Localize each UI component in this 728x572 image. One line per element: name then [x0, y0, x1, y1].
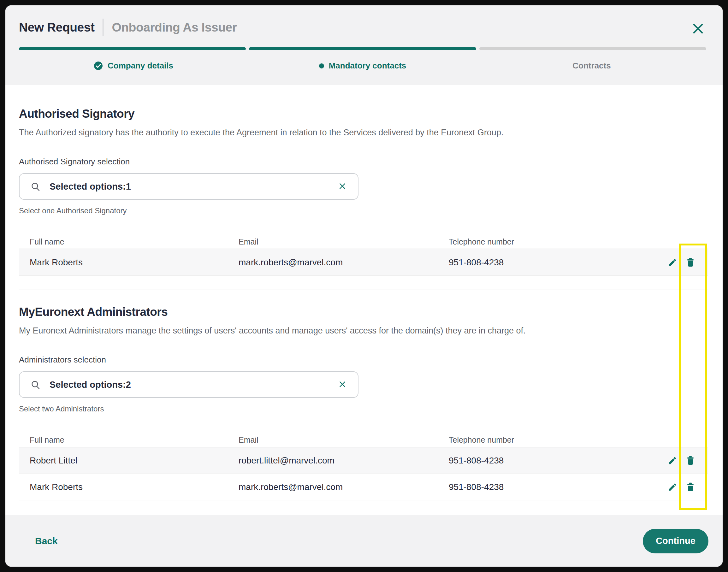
- back-button[interactable]: Back: [35, 536, 58, 547]
- delete-button[interactable]: [683, 454, 698, 468]
- progress-segment-company: [19, 47, 246, 50]
- section-divider: [19, 290, 708, 290]
- close-button[interactable]: [691, 22, 705, 35]
- cell-phone: 951-808-4238: [449, 258, 504, 268]
- signatory-helper-text: Select one Authorised Signatory: [19, 206, 708, 215]
- signatory-select-input[interactable]: Selected options:1: [19, 173, 359, 200]
- clear-icon: [338, 182, 347, 191]
- section-heading: MyEuronext Administrators: [19, 305, 708, 319]
- step-label: Company details: [107, 61, 173, 71]
- table-row: Robert Littel robert.littel@marvel.com 9…: [19, 447, 708, 474]
- administrators-table: Full name Email Telephone number Robert …: [19, 433, 708, 500]
- column-header-full-name: Full name: [30, 237, 64, 246]
- edit-button[interactable]: [665, 454, 679, 468]
- step-mandatory-contacts[interactable]: Mandatory contacts: [248, 61, 477, 71]
- step-company-details[interactable]: Company details: [19, 61, 248, 71]
- delete-button[interactable]: [683, 256, 698, 270]
- cell-full-name: Mark Roberts: [30, 482, 83, 492]
- section-authorised-signatory: Authorised Signatory The Authorized sign…: [19, 107, 708, 276]
- progress-segment-contacts: [249, 47, 476, 50]
- progress-bar: [19, 47, 706, 50]
- pencil-icon: [668, 258, 677, 267]
- stepper: Company details Mandatory contacts Contr…: [19, 61, 706, 71]
- cell-email: robert.littel@marvel.com: [238, 455, 335, 466]
- cell-phone: 951-808-4238: [449, 482, 504, 492]
- table-header-row: Full name Email Telephone number: [19, 234, 708, 248]
- title-row: New Request Onboarding As Issuer: [19, 19, 237, 36]
- search-icon: [30, 182, 41, 192]
- cell-email: mark.roberts@marvel.com: [238, 258, 343, 268]
- page-title: New Request: [19, 20, 94, 34]
- table-header-row: Full name Email Telephone number: [19, 433, 708, 447]
- cell-full-name: Mark Roberts: [30, 258, 83, 268]
- page-subtitle: Onboarding As Issuer: [112, 20, 237, 34]
- cell-phone: 951-808-4238: [449, 455, 504, 466]
- step-label: Contracts: [572, 61, 610, 71]
- progress-segment-contracts: [479, 47, 706, 50]
- step-contracts[interactable]: Contracts: [477, 61, 706, 71]
- title-divider: [102, 19, 103, 36]
- search-icon: [30, 379, 41, 390]
- continue-button[interactable]: Continue: [643, 529, 709, 553]
- administrators-clear-button[interactable]: [338, 380, 347, 389]
- new-request-modal: New Request Onboarding As Issuer Company…: [5, 5, 723, 567]
- clear-icon: [338, 380, 347, 389]
- table-row: Mark Roberts mark.roberts@marvel.com 951…: [19, 249, 708, 276]
- column-header-phone: Telephone number: [449, 237, 514, 246]
- administrators-selection-label: Administrators selection: [19, 355, 708, 365]
- signatory-selection-label: Authorised Signatory selection: [19, 156, 708, 166]
- trash-icon: [686, 455, 695, 466]
- dot-icon: [319, 63, 324, 68]
- pencil-icon: [668, 482, 677, 492]
- check-circle-icon: [94, 61, 103, 70]
- close-icon: [691, 22, 705, 35]
- section-myeuronext-administrators: MyEuronext Administrators My Euronext Ad…: [19, 305, 708, 500]
- pencil-icon: [668, 456, 677, 466]
- column-header-phone: Telephone number: [449, 435, 514, 444]
- edit-button[interactable]: [665, 256, 679, 270]
- signatory-clear-button[interactable]: [338, 182, 347, 191]
- delete-button[interactable]: [683, 480, 698, 494]
- section-description: The Authorized signatory has the authori…: [19, 127, 708, 138]
- signatory-select-value: Selected options:1: [50, 182, 338, 192]
- administrators-select-input[interactable]: Selected options:2: [19, 371, 359, 398]
- modal-header: New Request Onboarding As Issuer Company…: [5, 5, 723, 85]
- step-label: Mandatory contacts: [329, 61, 407, 71]
- signatory-table: Full name Email Telephone number Mark Ro…: [19, 234, 708, 276]
- modal-footer: Back Continue: [5, 515, 723, 567]
- trash-icon: [686, 258, 695, 267]
- column-header-full-name: Full name: [30, 435, 64, 444]
- administrators-helper-text: Select two Administrators: [19, 404, 708, 414]
- table-row: Mark Roberts mark.roberts@marvel.com 951…: [19, 474, 708, 500]
- section-heading: Authorised Signatory: [19, 107, 708, 121]
- column-header-email: Email: [238, 435, 259, 444]
- section-description: My Euronext Administrators manage the se…: [19, 325, 708, 336]
- edit-button[interactable]: [665, 480, 679, 494]
- cell-full-name: Robert Littel: [30, 455, 77, 466]
- column-header-email: Email: [238, 237, 259, 246]
- trash-icon: [686, 482, 695, 492]
- cell-email: mark.roberts@marvel.com: [238, 482, 343, 492]
- administrators-select-value: Selected options:2: [50, 379, 338, 390]
